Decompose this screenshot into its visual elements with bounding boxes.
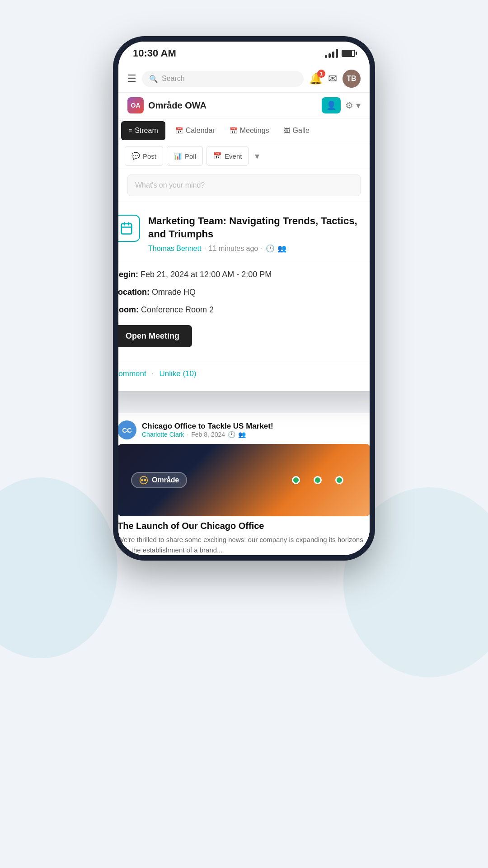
card-actions: Comment · Unlike (10): [118, 369, 370, 378]
tab-meetings[interactable]: 📅 Meetings: [222, 118, 277, 143]
card-title: Marketing Team: Navigating Trends, Tacti…: [148, 215, 361, 241]
phone-screen: 10:30 AM: [118, 42, 370, 555]
room-value: Conference Room 2: [141, 305, 214, 314]
decorative-blob-left: [0, 477, 117, 658]
user-avatar[interactable]: TB: [343, 70, 361, 88]
post-image: Område: [118, 444, 370, 516]
event-calendar-icon: [118, 215, 140, 242]
tab-gallery-label: Galle: [293, 127, 310, 135]
mail-icon[interactable]: ✉: [328, 72, 337, 85]
mind-input-area: What's on your mind?: [118, 169, 370, 202]
phone-frame: 10:30 AM: [113, 36, 375, 561]
tab-calendar-label: Calendar: [186, 127, 215, 135]
second-post-header: CC Chicago Office to Tackle US Market! C…: [118, 420, 370, 439]
card-divider-2: [118, 362, 370, 362]
image-brand-text: Område: [152, 476, 179, 484]
notification-button[interactable]: 🔔 1: [309, 72, 323, 85]
svg-rect-0: [122, 224, 132, 234]
article-excerpt: We're thrilled to share some exciting ne…: [118, 535, 370, 555]
owa-name: Område OWA: [148, 100, 206, 111]
second-post-avatar: CC: [118, 420, 136, 439]
tab-stream-label: Stream: [135, 127, 158, 135]
page: 10:30 AM: [0, 0, 488, 868]
meetings-icon: 📅: [230, 127, 237, 134]
tab-calendar[interactable]: 📅 Calendar: [168, 118, 222, 143]
search-icon: 🔍: [149, 75, 158, 83]
signal-icon: [325, 49, 338, 58]
skyline-dots: [292, 476, 343, 484]
second-post-date: Feb 8, 2024: [191, 431, 225, 438]
comment-link[interactable]: Comment: [118, 369, 146, 378]
card-begin: Begin: Feb 21, 2024 at 12:00 AM - 2:00 P…: [118, 269, 370, 281]
svg-point-6: [144, 479, 146, 481]
post-image-overlay: Område: [131, 472, 187, 488]
more-subtabs-button[interactable]: ▾: [250, 146, 264, 166]
card-divider: [118, 261, 370, 261]
search-placeholder: Search: [162, 75, 185, 83]
tab-stream[interactable]: ≡ Stream: [121, 121, 165, 140]
hamburger-icon[interactable]: ☰: [127, 73, 136, 85]
subtab-poll-label: Poll: [185, 152, 196, 160]
gallery-icon: 🖼: [284, 127, 290, 134]
svg-point-4: [140, 476, 148, 484]
owa-logo-text: OA: [131, 102, 141, 109]
status-bar: 10:30 AM: [118, 42, 370, 65]
header-icons: 🔔 1 ✉ TB: [309, 70, 361, 88]
notification-badge: 1: [317, 70, 325, 78]
subtab-poll[interactable]: 📊 Poll: [167, 146, 203, 166]
status-time: 10:30 AM: [133, 47, 176, 59]
nav-tabs: ≡ Stream 📅 Calendar 📅 Meetings 🖼: [118, 118, 370, 143]
second-post-meta: Charlotte Clark · Feb 8, 2024 🕐 👥: [142, 431, 273, 438]
card-meta-icons: 🕐 👥: [266, 244, 286, 253]
card-room: Room: Conference Room 2: [118, 304, 370, 316]
phone-content: 10:30 AM: [118, 42, 370, 555]
room-label: Room:: [118, 305, 139, 314]
unlike-link[interactable]: Unlike (10): [159, 369, 196, 378]
clock-icon-2: 🕐: [228, 431, 235, 438]
card-author[interactable]: Thomas Bennett: [148, 245, 201, 253]
subtab-event-label: Event: [225, 152, 242, 160]
tab-meetings-label: Meetings: [240, 127, 269, 135]
second-post-card: CC Chicago Office to Tackle US Market! C…: [118, 413, 370, 555]
svg-point-5: [141, 479, 143, 481]
post-icon: 💬: [131, 152, 140, 160]
owa-bar: OA Område OWA 👤 ⚙ ▾: [118, 93, 370, 118]
calendar-icon: 📅: [175, 127, 183, 134]
location-label: Location:: [118, 288, 150, 297]
mind-input-field[interactable]: What's on your mind?: [127, 175, 361, 196]
app-header: ☰ 🔍 Search 🔔 1 ✉ TB: [118, 65, 370, 93]
clock-icon: 🕐: [266, 244, 275, 253]
status-icons: [325, 49, 355, 58]
card-time: 11 minutes ago: [209, 245, 258, 253]
subtab-event[interactable]: 📅 Event: [206, 146, 249, 166]
event-card: Marketing Team: Navigating Trends, Tacti…: [118, 202, 370, 391]
begin-value: Feb 21, 2024 at 12:00 AM - 2:00 PM: [141, 270, 272, 279]
owa-logo: OA: [127, 97, 144, 113]
stream-content: Marketing Team: Navigating Trends, Tacti…: [118, 202, 370, 555]
second-post-info: Chicago Office to Tackle US Market! Char…: [142, 422, 273, 438]
poll-icon: 📊: [174, 152, 182, 160]
second-post-author[interactable]: Charlotte Clark: [142, 431, 184, 438]
card-meta: Thomas Bennett · 11 minutes ago · 🕐 👥: [148, 244, 361, 253]
search-bar[interactable]: 🔍 Search: [142, 71, 304, 87]
begin-label: Begin:: [118, 270, 138, 279]
settings-button[interactable]: ⚙ ▾: [345, 100, 361, 111]
group-icon: 👥: [277, 244, 286, 253]
mind-input-placeholder: What's on your mind?: [135, 181, 205, 189]
owa-brand: OA Område OWA: [127, 97, 206, 113]
article-title: The Launch of Our Chicago Office: [118, 521, 370, 531]
group-icon-2: 👥: [238, 431, 246, 438]
second-post-title: Chicago Office to Tackle US Market!: [142, 422, 273, 431]
event-icon: 📅: [213, 152, 222, 160]
location-value: Omrade HQ: [152, 288, 196, 297]
card-title-area: Marketing Team: Navigating Trends, Tacti…: [148, 215, 361, 253]
battery-icon: [342, 50, 355, 57]
sub-tabs: 💬 Post 📊 Poll 📅 Event ▾: [118, 143, 370, 169]
card-location: Location: Omrade HQ: [118, 286, 370, 298]
add-member-button[interactable]: 👤: [322, 97, 341, 113]
subtab-post-label: Post: [143, 152, 156, 160]
card-header: Marketing Team: Navigating Trends, Tacti…: [118, 215, 370, 253]
subtab-post[interactable]: 💬 Post: [125, 146, 163, 166]
tab-gallery[interactable]: 🖼 Galle: [277, 118, 317, 143]
open-meeting-button[interactable]: Open Meeting: [118, 325, 192, 347]
